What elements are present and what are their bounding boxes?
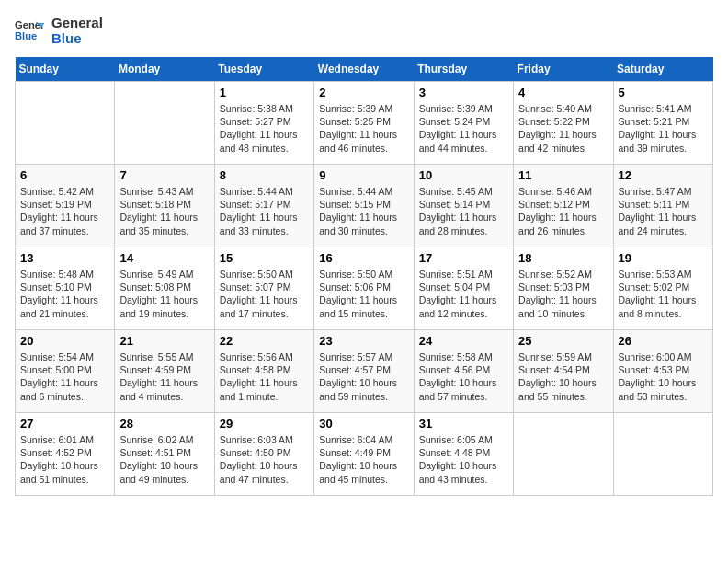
daylight-text: Daylight: 11 hours and 4 minutes. xyxy=(119,377,198,401)
calendar-week-5: 27Sunrise: 6:01 AMSunset: 4:52 PMDayligh… xyxy=(16,413,713,496)
daylight-text: Daylight: 10 hours and 53 minutes. xyxy=(619,377,697,401)
calendar-cell: 5Sunrise: 5:41 AMSunset: 5:21 PMDaylight… xyxy=(613,82,712,165)
calendar-header-row: SundayMondayTuesdayWednesdayThursdayFrid… xyxy=(16,57,713,82)
sunrise-text: Sunrise: 6:01 AM xyxy=(20,434,94,445)
sunrise-text: Sunrise: 5:38 AM xyxy=(220,103,293,114)
calendar-week-4: 20Sunrise: 5:54 AMSunset: 5:00 PMDayligh… xyxy=(16,330,713,413)
daylight-text: Daylight: 10 hours and 45 minutes. xyxy=(319,460,397,484)
sunrise-text: Sunrise: 5:39 AM xyxy=(319,103,392,114)
day-number: 30 xyxy=(319,417,408,431)
day-info: Sunrise: 5:54 AMSunset: 5:00 PMDaylight:… xyxy=(20,350,109,403)
day-number: 27 xyxy=(20,417,109,431)
sunrise-text: Sunrise: 6:04 AM xyxy=(319,434,392,445)
sunset-text: Sunset: 5:06 PM xyxy=(319,282,391,293)
calendar-cell xyxy=(514,413,613,496)
day-number: 1 xyxy=(220,86,309,99)
calendar-cell: 14Sunrise: 5:49 AMSunset: 5:08 PMDayligh… xyxy=(115,247,214,330)
sunset-text: Sunset: 5:17 PM xyxy=(220,199,291,210)
logo-blue: Blue xyxy=(51,30,103,46)
daylight-text: Daylight: 11 hours and 33 minutes. xyxy=(220,212,298,236)
sunrise-text: Sunrise: 5:57 AM xyxy=(319,351,392,362)
sunset-text: Sunset: 5:07 PM xyxy=(220,282,291,293)
sunrise-text: Sunrise: 5:49 AM xyxy=(119,269,193,280)
page-header: General Blue General Blue xyxy=(15,15,713,46)
sunrise-text: Sunrise: 5:45 AM xyxy=(419,186,493,197)
calendar-cell xyxy=(613,413,712,496)
day-number: 25 xyxy=(518,334,608,348)
sunset-text: Sunset: 5:15 PM xyxy=(319,199,391,210)
calendar-cell: 11Sunrise: 5:46 AMSunset: 5:12 PMDayligh… xyxy=(514,165,613,247)
day-number: 7 xyxy=(119,168,209,182)
calendar-cell: 19Sunrise: 5:53 AMSunset: 5:02 PMDayligh… xyxy=(613,247,712,330)
day-number: 24 xyxy=(419,334,508,348)
calendar-body: 1Sunrise: 5:38 AMSunset: 5:27 PMDaylight… xyxy=(16,82,713,496)
sunrise-text: Sunrise: 5:52 AM xyxy=(518,269,592,280)
calendar-cell: 21Sunrise: 5:55 AMSunset: 4:59 PMDayligh… xyxy=(115,330,214,413)
sunset-text: Sunset: 4:58 PM xyxy=(220,364,291,375)
daylight-text: Daylight: 11 hours and 42 minutes. xyxy=(518,129,597,153)
calendar-cell: 30Sunrise: 6:04 AMSunset: 4:49 PMDayligh… xyxy=(314,413,414,496)
day-info: Sunrise: 5:39 AMSunset: 5:24 PMDaylight:… xyxy=(419,102,508,155)
calendar-cell: 13Sunrise: 5:48 AMSunset: 5:10 PMDayligh… xyxy=(16,247,115,330)
column-header-thursday: Thursday xyxy=(414,57,513,82)
sunset-text: Sunset: 4:54 PM xyxy=(518,364,590,375)
column-header-sunday: Sunday xyxy=(16,57,115,82)
daylight-text: Daylight: 11 hours and 39 minutes. xyxy=(619,129,697,153)
daylight-text: Daylight: 10 hours and 51 minutes. xyxy=(20,460,98,484)
sunrise-text: Sunrise: 5:51 AM xyxy=(419,269,493,280)
sunset-text: Sunset: 5:04 PM xyxy=(419,282,491,293)
day-number: 23 xyxy=(319,334,408,348)
sunset-text: Sunset: 4:59 PM xyxy=(119,364,191,375)
sunrise-text: Sunrise: 6:00 AM xyxy=(619,351,692,362)
sunset-text: Sunset: 5:22 PM xyxy=(518,116,590,127)
sunrise-text: Sunrise: 5:58 AM xyxy=(419,351,493,362)
day-number: 31 xyxy=(419,417,508,431)
daylight-text: Daylight: 10 hours and 55 minutes. xyxy=(518,377,597,401)
sunset-text: Sunset: 5:14 PM xyxy=(419,199,491,210)
day-info: Sunrise: 5:41 AMSunset: 5:21 PMDaylight:… xyxy=(619,102,708,155)
sunset-text: Sunset: 5:08 PM xyxy=(119,282,191,293)
day-number: 28 xyxy=(119,417,209,431)
calendar-cell: 10Sunrise: 5:45 AMSunset: 5:14 PMDayligh… xyxy=(414,165,513,247)
sunrise-text: Sunrise: 5:43 AM xyxy=(119,186,193,197)
calendar-cell: 7Sunrise: 5:43 AMSunset: 5:18 PMDaylight… xyxy=(115,165,214,247)
sunrise-text: Sunrise: 6:05 AM xyxy=(419,434,493,445)
sunrise-text: Sunrise: 5:55 AM xyxy=(119,351,193,362)
day-number: 14 xyxy=(119,251,209,265)
sunset-text: Sunset: 5:19 PM xyxy=(20,199,92,210)
day-info: Sunrise: 5:59 AMSunset: 4:54 PMDaylight:… xyxy=(518,350,608,403)
day-info: Sunrise: 6:05 AMSunset: 4:48 PMDaylight:… xyxy=(419,433,508,486)
day-number: 29 xyxy=(220,417,309,431)
sunset-text: Sunset: 5:12 PM xyxy=(518,199,590,210)
daylight-text: Daylight: 10 hours and 59 minutes. xyxy=(319,377,397,401)
day-info: Sunrise: 5:38 AMSunset: 5:27 PMDaylight:… xyxy=(220,102,309,155)
calendar-cell: 18Sunrise: 5:52 AMSunset: 5:03 PMDayligh… xyxy=(514,247,613,330)
day-info: Sunrise: 5:48 AMSunset: 5:10 PMDaylight:… xyxy=(20,268,109,320)
daylight-text: Daylight: 11 hours and 24 minutes. xyxy=(619,212,697,236)
logo-general: General xyxy=(51,15,103,30)
day-number: 9 xyxy=(319,168,408,182)
day-number: 26 xyxy=(619,334,708,348)
logo: General Blue General Blue xyxy=(15,15,103,46)
daylight-text: Daylight: 11 hours and 48 minutes. xyxy=(220,129,298,153)
day-info: Sunrise: 5:50 AMSunset: 5:06 PMDaylight:… xyxy=(319,268,408,320)
day-info: Sunrise: 6:03 AMSunset: 4:50 PMDaylight:… xyxy=(220,433,309,486)
day-number: 12 xyxy=(619,168,708,182)
daylight-text: Daylight: 11 hours and 37 minutes. xyxy=(20,212,98,236)
daylight-text: Daylight: 11 hours and 21 minutes. xyxy=(20,294,98,318)
day-info: Sunrise: 5:51 AMSunset: 5:04 PMDaylight:… xyxy=(419,268,508,320)
calendar-cell: 29Sunrise: 6:03 AMSunset: 4:50 PMDayligh… xyxy=(214,413,313,496)
calendar-cell: 24Sunrise: 5:58 AMSunset: 4:56 PMDayligh… xyxy=(414,330,513,413)
calendar-cell: 1Sunrise: 5:38 AMSunset: 5:27 PMDaylight… xyxy=(214,82,313,165)
day-info: Sunrise: 5:46 AMSunset: 5:12 PMDaylight:… xyxy=(518,185,608,237)
calendar-cell: 26Sunrise: 6:00 AMSunset: 4:53 PMDayligh… xyxy=(613,330,712,413)
sunset-text: Sunset: 5:00 PM xyxy=(20,364,92,375)
sunset-text: Sunset: 5:11 PM xyxy=(619,199,690,210)
day-info: Sunrise: 5:58 AMSunset: 4:56 PMDaylight:… xyxy=(419,350,508,403)
day-info: Sunrise: 5:45 AMSunset: 5:14 PMDaylight:… xyxy=(419,185,508,237)
daylight-text: Daylight: 11 hours and 8 minutes. xyxy=(619,294,697,318)
calendar-cell: 23Sunrise: 5:57 AMSunset: 4:57 PMDayligh… xyxy=(314,330,414,413)
day-info: Sunrise: 5:47 AMSunset: 5:11 PMDaylight:… xyxy=(619,185,708,237)
day-number: 15 xyxy=(220,251,309,265)
sunrise-text: Sunrise: 5:46 AM xyxy=(518,186,592,197)
